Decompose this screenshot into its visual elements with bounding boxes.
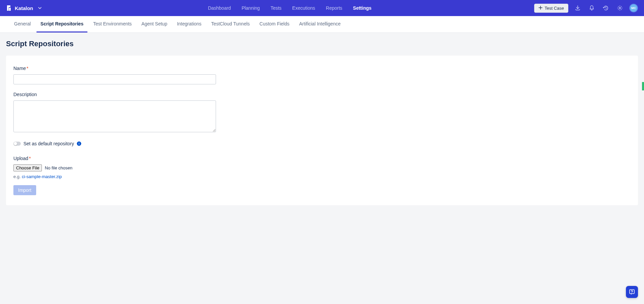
notifications-bell-icon[interactable] bbox=[587, 3, 596, 13]
nav-reports[interactable]: Reports bbox=[325, 4, 343, 12]
logo-area: Katalon bbox=[6, 5, 42, 11]
example-prefix: e.g. bbox=[13, 174, 22, 179]
tab-testcloud-tunnels[interactable]: TestCloud Tunnels bbox=[207, 16, 254, 32]
required-asterisk: * bbox=[29, 156, 30, 161]
user-avatar[interactable]: MC bbox=[629, 4, 638, 12]
repo-form-card: Name* Description Set as default reposit… bbox=[6, 56, 638, 205]
upload-label: Upload* bbox=[13, 156, 631, 161]
download-icon[interactable] bbox=[573, 3, 582, 13]
tab-custom-fields[interactable]: Custom Fields bbox=[256, 16, 293, 32]
example-file-link[interactable]: ci-sample-master.zip bbox=[22, 174, 62, 179]
tab-test-environments[interactable]: Test Environments bbox=[89, 16, 136, 32]
description-textarea[interactable] bbox=[13, 100, 216, 132]
upload-label-text: Upload bbox=[13, 156, 28, 161]
required-asterisk: * bbox=[26, 66, 28, 71]
app-name: Katalon bbox=[15, 5, 33, 11]
settings-sub-tabs: General Script Repositories Test Environ… bbox=[0, 16, 644, 33]
file-status-text: No file chosen bbox=[45, 165, 72, 170]
katalon-logo-icon bbox=[6, 5, 12, 11]
default-repo-row: Set as default repository i bbox=[13, 141, 631, 146]
nav-tests[interactable]: Tests bbox=[270, 4, 282, 12]
upload-field-group: Upload* Choose File No file chosen e.g. … bbox=[13, 156, 631, 179]
tab-integrations[interactable]: Integrations bbox=[173, 16, 205, 32]
svg-text:i: i bbox=[79, 142, 80, 145]
name-field-group: Name* bbox=[13, 66, 631, 84]
history-clock-icon[interactable] bbox=[601, 3, 611, 13]
nav-settings[interactable]: Settings bbox=[352, 4, 372, 12]
name-label: Name* bbox=[13, 66, 631, 71]
main-nav: Dashboard Planning Tests Executions Repo… bbox=[45, 4, 534, 12]
project-switcher-chevron-icon[interactable] bbox=[38, 6, 42, 10]
nav-dashboard[interactable]: Dashboard bbox=[207, 4, 232, 12]
description-label: Description bbox=[13, 92, 631, 97]
name-label-text: Name bbox=[13, 66, 26, 71]
top-bar: Katalon Dashboard Planning Tests Executi… bbox=[0, 0, 644, 16]
svg-point-4 bbox=[632, 292, 632, 293]
nav-planning[interactable]: Planning bbox=[241, 4, 261, 12]
tab-agent-setup[interactable]: Agent Setup bbox=[137, 16, 171, 32]
help-question-icon bbox=[629, 289, 635, 295]
description-field-group: Description bbox=[13, 92, 631, 134]
default-repo-label: Set as default repository bbox=[23, 141, 74, 146]
settings-gear-icon[interactable] bbox=[615, 3, 625, 13]
help-widget-button[interactable] bbox=[626, 286, 638, 298]
default-repo-toggle[interactable] bbox=[13, 142, 21, 146]
avatar-initials: MC bbox=[631, 6, 636, 10]
plus-icon bbox=[539, 6, 543, 11]
page-content: Script Repositories Name* Description Se… bbox=[0, 33, 644, 212]
info-icon[interactable]: i bbox=[77, 141, 81, 146]
choose-file-button[interactable]: Choose File bbox=[13, 164, 42, 171]
example-text: e.g. ci-sample-master.zip bbox=[13, 174, 631, 179]
tab-general[interactable]: General bbox=[10, 16, 35, 32]
nav-right: Test Case MC bbox=[534, 3, 638, 13]
page-title: Script Repositories bbox=[6, 40, 638, 48]
new-test-case-button[interactable]: Test Case bbox=[534, 4, 568, 13]
import-button[interactable]: Import bbox=[13, 185, 36, 195]
tab-script-repositories[interactable]: Script Repositories bbox=[37, 16, 87, 32]
nav-executions[interactable]: Executions bbox=[292, 4, 316, 12]
upload-row: Choose File No file chosen bbox=[13, 164, 631, 171]
name-input[interactable] bbox=[13, 74, 216, 84]
test-case-btn-label: Test Case bbox=[545, 6, 564, 11]
svg-point-0 bbox=[619, 7, 621, 9]
feedback-tab-strip[interactable] bbox=[642, 82, 644, 90]
tab-artificial-intelligence[interactable]: Artificial Intelligence bbox=[295, 16, 345, 32]
